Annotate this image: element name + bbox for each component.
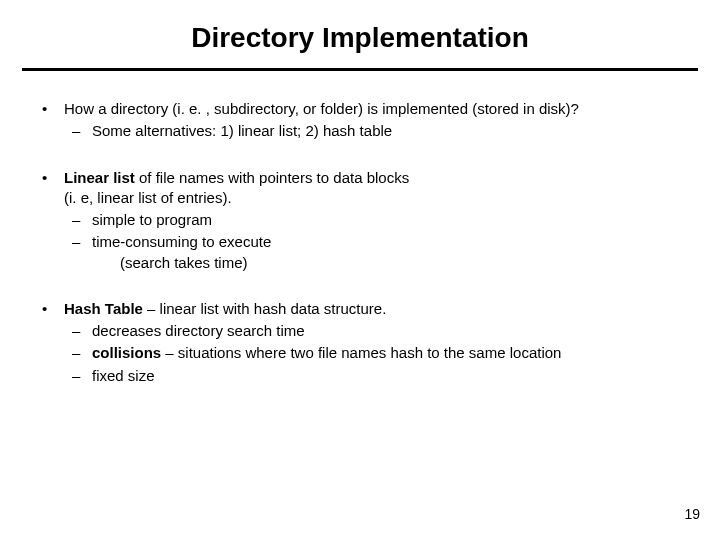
slide: Directory Implementation How a directory… [0,0,720,540]
bullet-3-sub-1: decreases directory search time [64,321,684,341]
bullet-2-lead-rest: of file names with pointers to data bloc… [135,169,409,186]
bullet-2-sub-1-text: simple to program [92,211,212,228]
bullet-2-sub-2-extra: (search takes time) [92,253,684,273]
bullet-list: How a directory (i. e. , subdirectory, o… [36,99,684,386]
bullet-3-sub-3: fixed size [64,366,684,386]
bullet-3-lead-bold: Hash Table [64,300,143,317]
bullet-1-sublist: Some alternatives: 1) linear list; 2) ha… [64,121,684,141]
slide-body: How a directory (i. e. , subdirectory, o… [0,71,720,386]
bullet-1: How a directory (i. e. , subdirectory, o… [36,99,684,142]
bullet-2-sub-1: simple to program [64,210,684,230]
bullet-1-sub-1-text: Some alternatives: 1) linear list; 2) ha… [92,122,392,139]
bullet-2-line2: (i. e, linear list of entries). [64,189,232,206]
bullet-1-text: How a directory (i. e. , subdirectory, o… [64,100,579,117]
bullet-3-sub-2: collisions – situations where two file n… [64,343,684,363]
bullet-3-sub-3-text: fixed size [92,367,155,384]
bullet-3-sub-2-rest: – situations where two file names hash t… [161,344,561,361]
bullet-2: Linear list of file names with pointers … [36,168,684,273]
bullet-2-sub-2-text: time-consuming to execute [92,233,271,250]
bullet-3: Hash Table – linear list with hash data … [36,299,684,386]
page-number: 19 [684,506,700,522]
slide-title: Directory Implementation [0,0,720,68]
bullet-3-sub-1-text: decreases directory search time [92,322,305,339]
bullet-2-sublist: simple to program time-consuming to exec… [64,210,684,273]
bullet-3-lead-rest: – linear list with hash data structure. [143,300,386,317]
bullet-3-sub-2-bold: collisions [92,344,161,361]
bullet-2-lead-bold: Linear list [64,169,135,186]
bullet-3-sublist: decreases directory search time collisio… [64,321,684,386]
bullet-1-sub-1: Some alternatives: 1) linear list; 2) ha… [64,121,684,141]
bullet-2-sub-2: time-consuming to execute (search takes … [64,232,684,273]
